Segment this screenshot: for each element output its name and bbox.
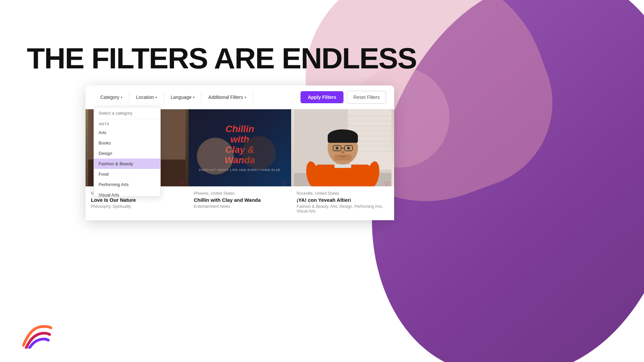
location-label: Location: [136, 95, 154, 100]
svg-point-41: [341, 151, 344, 154]
language-filter-button[interactable]: Language ▾: [164, 92, 202, 103]
dropdown-list: ARTS Arts Books Design Fashion & Beauty …: [94, 119, 160, 196]
card-2-info: Phoenix, United States Chillin with Clay…: [189, 186, 291, 216]
svg-point-14: [242, 136, 276, 170]
card-3-location: Rockville, United States: [297, 191, 389, 196]
apply-filters-button[interactable]: Apply Filters: [301, 91, 344, 103]
dropdown-item-food[interactable]: Food: [94, 169, 160, 179]
svg-point-13: [197, 138, 234, 175]
reset-filters-button[interactable]: Reset Filters: [347, 91, 386, 104]
card-2-title: Chillin with Clay and Wanda: [194, 197, 286, 203]
card-2: ChillinwithClay &Wanda PODCAST ABOUT LIF…: [189, 109, 291, 220]
language-label: Language: [171, 95, 192, 100]
category-dropdown: ARTS Arts Books Design Fashion & Beauty …: [94, 107, 161, 197]
dropdown-item-fashion[interactable]: Fashion & Beauty: [94, 159, 160, 169]
additional-filters-button[interactable]: Additional Filters ▾: [202, 92, 253, 103]
card-1-title: Love Is Our Nature: [91, 197, 183, 203]
dropdown-item-books[interactable]: Books: [94, 138, 160, 148]
card-3-tags: Fashion & Beauty, Arts, Design, Performi…: [297, 204, 389, 214]
card-3-image: [291, 109, 394, 186]
card-3-illustration: [294, 109, 391, 186]
dropdown-item-arts[interactable]: Arts: [94, 127, 160, 138]
svg-point-40: [347, 147, 350, 149]
location-filter-button[interactable]: Location ▾: [129, 92, 164, 103]
dropdown-item-visual-arts[interactable]: Visual Arts: [94, 190, 160, 196]
ui-panel: Category ▾ Location ▾ Language ▾ Additio…: [86, 85, 394, 220]
filter-bar: Category ▾ Location ▾ Language ▾ Additio…: [86, 85, 394, 109]
card-2-tags: Entertainment News: [194, 204, 286, 209]
card-2-location: Phoenix, United States: [194, 191, 286, 196]
page-headline: THE FILTERS ARE ENDLESS: [27, 44, 417, 73]
dropdown-item-performing-arts[interactable]: Performing Arts: [94, 179, 160, 190]
language-chevron-icon: ▾: [193, 96, 195, 99]
card-1-tags: Philosophy, Spirituality: [91, 204, 183, 209]
card-2-image: ChillinwithClay &Wanda PODCAST ABOUT LIF…: [189, 109, 291, 186]
card-3: ♡ Rockville, United States ¡YA! con Yeve…: [291, 109, 394, 220]
location-chevron-icon: ▾: [155, 96, 157, 99]
card-2-heart-icon[interactable]: ♡: [281, 180, 286, 188]
card-3-info: Rockville, United States ¡YA! con Yeveah…: [291, 186, 394, 220]
category-filter-button[interactable]: Category ▾: [94, 92, 129, 103]
svg-point-39: [336, 147, 338, 149]
logo-svg: [20, 322, 54, 349]
card-1-heart-icon[interactable]: ♡: [178, 180, 184, 188]
svg-rect-35: [334, 155, 352, 161]
brand-logo: [20, 322, 54, 349]
main-content: THE FILTERS ARE ENDLESS Category ▾ Locat…: [0, 0, 644, 362]
dropdown-item-design[interactable]: Design: [94, 148, 160, 159]
category-label: Category: [100, 95, 119, 100]
card-3-title: ¡YA! con Yeveah Altieri: [297, 197, 389, 203]
group-arts-label: ARTS: [94, 119, 160, 127]
category-search-input[interactable]: [94, 107, 160, 119]
svg-rect-34: [328, 134, 358, 143]
card-2-bg-illustration: [189, 109, 286, 186]
card-3-heart-icon[interactable]: ♡: [384, 180, 389, 188]
category-chevron-icon: ▾: [121, 96, 122, 99]
additional-label: Additional Filters: [208, 95, 243, 100]
additional-chevron-icon: ▾: [245, 96, 246, 99]
